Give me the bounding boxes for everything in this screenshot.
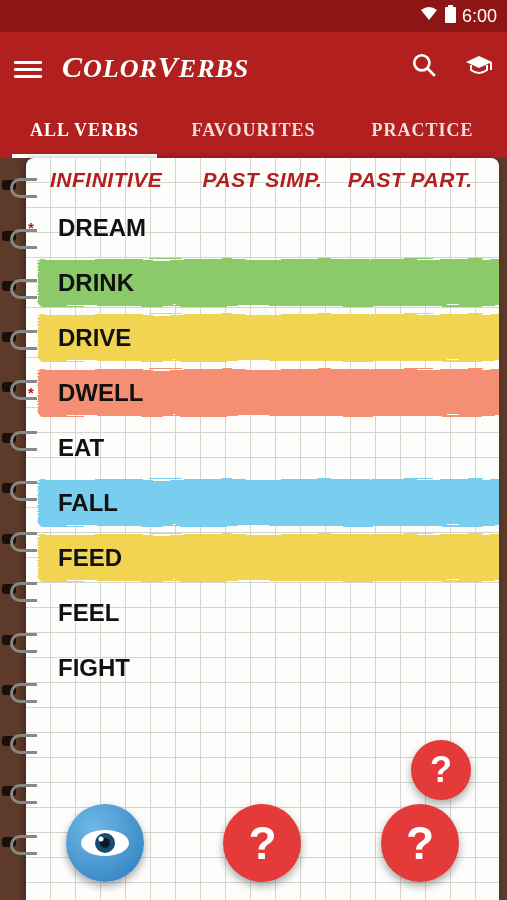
tabs-bar: ALL VERBS FAVOURITES PRACTICE <box>0 102 507 158</box>
verb-label: EAT <box>40 434 104 462</box>
help-fab-top[interactable]: ? <box>411 740 471 800</box>
verb-label: DRIVE <box>40 324 131 352</box>
eye-fab[interactable] <box>66 804 144 882</box>
notebook-area: INFINITIVE PAST SIMP. PAST PART. *DREAMD… <box>0 158 507 900</box>
verb-label: FEED <box>40 544 122 572</box>
status-time: 6:00 <box>462 6 497 27</box>
wifi-icon <box>419 6 439 27</box>
battery-icon <box>445 5 456 28</box>
status-bar: 6:00 <box>0 0 507 32</box>
verb-row[interactable]: EAT <box>26 420 499 475</box>
fab-row: ? ? <box>26 798 499 888</box>
page: INFINITIVE PAST SIMP. PAST PART. *DREAMD… <box>26 158 499 900</box>
svg-point-2 <box>414 55 429 70</box>
verb-row[interactable]: FIGHT <box>26 640 499 695</box>
column-headers: INFINITIVE PAST SIMP. PAST PART. <box>26 158 499 196</box>
app-title: ColorVerbs <box>62 50 411 84</box>
verb-row[interactable]: *DREAM <box>26 200 499 255</box>
verb-row[interactable]: FALL <box>26 475 499 530</box>
verb-label: DREAM <box>40 214 146 242</box>
app-header: ColorVerbs <box>0 32 507 102</box>
col-past-simp: PAST SIMP. <box>203 168 348 192</box>
verb-label: FALL <box>40 489 118 517</box>
tab-practice[interactable]: PRACTICE <box>338 102 507 158</box>
verb-row[interactable]: *DWELL <box>26 365 499 420</box>
verb-label: FEEL <box>40 599 119 627</box>
svg-rect-1 <box>448 5 453 8</box>
svg-rect-0 <box>445 7 456 23</box>
verb-row[interactable]: FEED <box>26 530 499 585</box>
spiral-binding <box>0 170 34 900</box>
verb-label: FIGHT <box>40 654 130 682</box>
svg-line-3 <box>427 68 435 76</box>
verb-label: DRINK <box>40 269 134 297</box>
verb-row[interactable]: FEEL <box>26 585 499 640</box>
verb-list[interactable]: *DREAMDRINKDRIVE*DWELLEATFALLFEEDFEELFIG… <box>26 196 499 695</box>
verb-row[interactable]: DRINK <box>26 255 499 310</box>
col-past-part: PAST PART. <box>348 168 493 192</box>
svg-point-8 <box>98 837 103 842</box>
graduation-icon[interactable] <box>465 54 493 80</box>
help-fab-right[interactable]: ? <box>381 804 459 882</box>
verb-label: DWELL <box>40 379 143 407</box>
tab-all-verbs[interactable]: ALL VERBS <box>0 102 169 158</box>
col-infinitive: INFINITIVE <box>50 168 203 192</box>
menu-icon[interactable] <box>14 57 42 77</box>
help-fab-middle[interactable]: ? <box>223 804 301 882</box>
verb-row[interactable]: DRIVE <box>26 310 499 365</box>
search-icon[interactable] <box>411 52 437 82</box>
tab-favourites[interactable]: FAVOURITES <box>169 102 338 158</box>
